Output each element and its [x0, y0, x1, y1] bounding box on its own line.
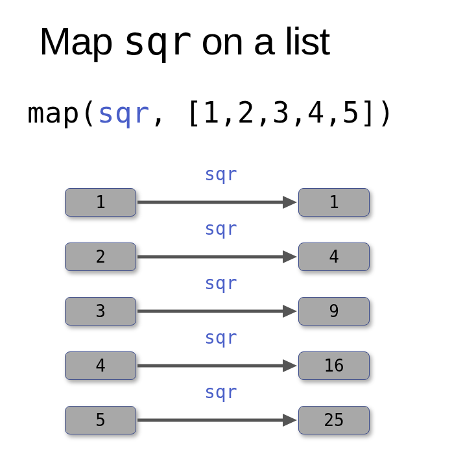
function-label: sqr [204, 163, 237, 185]
code-expression: map(sqr, [1,2,3,4,5]) [27, 96, 395, 129]
code-prefix: map( [27, 96, 97, 129]
input-value: 1 [95, 193, 106, 212]
map-row: sqr 3 9 [65, 271, 370, 326]
function-label: sqr [204, 272, 237, 294]
input-box: 1 [65, 188, 136, 217]
title-function-name: sqr [123, 18, 191, 64]
output-box: 1 [298, 188, 370, 217]
output-box: 25 [298, 406, 370, 434]
arrow-icon [136, 351, 298, 380]
svg-marker-9 [283, 414, 297, 427]
function-label: sqr [204, 381, 237, 403]
function-label: sqr [204, 327, 237, 348]
input-value: 2 [95, 247, 106, 267]
map-row: sqr 1 1 [65, 162, 370, 217]
svg-marker-7 [283, 359, 297, 372]
title-prefix: Map [39, 19, 123, 63]
output-value: 4 [329, 247, 339, 267]
input-box: 5 [65, 406, 136, 434]
code-suffix: , [1,2,3,4,5]) [150, 96, 395, 129]
output-value: 9 [329, 302, 339, 321]
output-box: 4 [298, 243, 370, 271]
output-box: 9 [298, 297, 370, 326]
arrow-icon [136, 297, 298, 326]
input-value: 4 [95, 356, 106, 375]
arrow-icon [136, 406, 298, 434]
svg-marker-3 [283, 250, 297, 263]
input-value: 3 [95, 302, 106, 321]
map-row: sqr 5 25 [65, 380, 370, 434]
input-box: 4 [65, 351, 136, 380]
title: Map sqr on a list [39, 18, 329, 64]
output-value: 16 [324, 356, 344, 375]
map-row: sqr 2 4 [65, 217, 370, 271]
arrow-icon [136, 243, 298, 271]
output-box: 16 [298, 351, 370, 380]
title-suffix: on a list [191, 19, 329, 63]
output-value: 25 [324, 410, 344, 430]
arrow-icon [136, 188, 298, 217]
svg-marker-5 [283, 305, 297, 318]
input-box: 3 [65, 297, 136, 326]
input-value: 5 [95, 410, 106, 430]
input-box: 2 [65, 243, 136, 271]
function-label: sqr [204, 218, 237, 239]
map-row: sqr 4 16 [65, 326, 370, 380]
output-value: 1 [329, 193, 339, 212]
svg-marker-1 [283, 196, 297, 209]
code-function: sqr [97, 96, 150, 129]
map-rows: sqr 1 1 sqr 2 4 sqr 3 9 sqr 4 16 sqr 5 [65, 162, 370, 434]
